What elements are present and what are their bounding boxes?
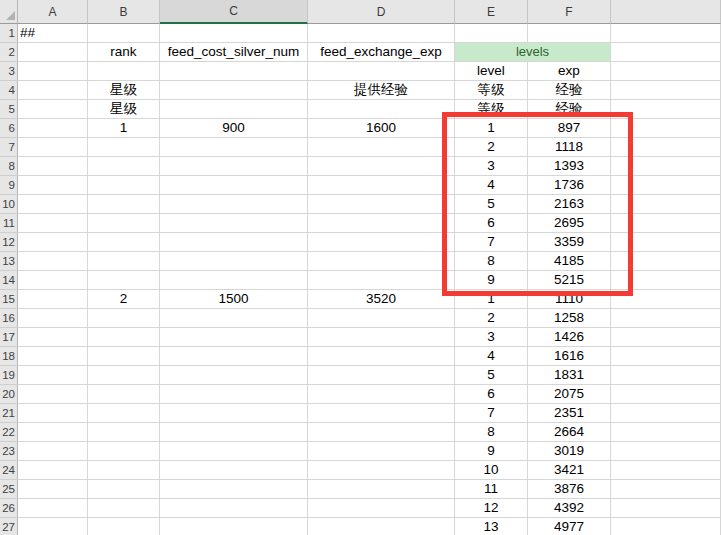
row-header-18[interactable]: 18 bbox=[0, 347, 18, 366]
cell-C16[interactable] bbox=[160, 309, 308, 328]
cell-F15[interactable]: 1110 bbox=[528, 290, 611, 309]
column-header-E[interactable]: E bbox=[455, 0, 528, 24]
cell-F5[interactable]: 经验 bbox=[528, 100, 611, 119]
cell-A4[interactable] bbox=[18, 81, 88, 100]
cell-A27[interactable] bbox=[18, 518, 88, 535]
cell-C19[interactable] bbox=[160, 366, 308, 385]
cell-B22[interactable] bbox=[88, 423, 160, 442]
cell-E23[interactable]: 9 bbox=[455, 442, 528, 461]
select-all-corner[interactable] bbox=[0, 0, 18, 24]
cell-F22[interactable]: 2664 bbox=[528, 423, 611, 442]
cell-A11[interactable] bbox=[18, 214, 88, 233]
cell-B5[interactable]: 星级 bbox=[88, 100, 160, 119]
cell-C9[interactable] bbox=[160, 176, 308, 195]
cell-F14[interactable]: 5215 bbox=[528, 271, 611, 290]
row-header-17[interactable]: 17 bbox=[0, 328, 18, 347]
cell-D23[interactable] bbox=[308, 442, 455, 461]
row-header-5[interactable]: 5 bbox=[0, 100, 18, 119]
cell-A5[interactable] bbox=[18, 100, 88, 119]
cell-D15[interactable]: 3520 bbox=[308, 290, 455, 309]
cell-F18[interactable]: 1616 bbox=[528, 347, 611, 366]
cell-B18[interactable] bbox=[88, 347, 160, 366]
cell-F21[interactable]: 2351 bbox=[528, 404, 611, 423]
cell-B11[interactable] bbox=[88, 214, 160, 233]
cell-D3[interactable] bbox=[308, 62, 455, 81]
cell-clipped-col-row-15[interactable] bbox=[611, 290, 721, 309]
cell-clipped-col-row-24[interactable] bbox=[611, 461, 721, 480]
row-header-22[interactable]: 22 bbox=[0, 423, 18, 442]
cell-C18[interactable] bbox=[160, 347, 308, 366]
cell-A16[interactable] bbox=[18, 309, 88, 328]
cell-clipped-col-row-27[interactable] bbox=[611, 518, 721, 535]
cell-F25[interactable]: 3876 bbox=[528, 480, 611, 499]
column-header-C[interactable]: C bbox=[160, 0, 308, 24]
cell-F19[interactable]: 1831 bbox=[528, 366, 611, 385]
cell-E1[interactable] bbox=[455, 24, 528, 43]
cell-D11[interactable] bbox=[308, 214, 455, 233]
cell-clipped-col-row-14[interactable] bbox=[611, 271, 721, 290]
row-header-1[interactable]: 1 bbox=[0, 24, 18, 43]
cell-C25[interactable] bbox=[160, 480, 308, 499]
cell-clipped-col-row-11[interactable] bbox=[611, 214, 721, 233]
cell-F6[interactable]: 897 bbox=[528, 119, 611, 138]
cell-D14[interactable] bbox=[308, 271, 455, 290]
cell-E22[interactable]: 8 bbox=[455, 423, 528, 442]
cell-C24[interactable] bbox=[160, 461, 308, 480]
cell-B3[interactable] bbox=[88, 62, 160, 81]
cell-B24[interactable] bbox=[88, 461, 160, 480]
cell-B14[interactable] bbox=[88, 271, 160, 290]
cell-F4[interactable]: 经验 bbox=[528, 81, 611, 100]
cell-C17[interactable] bbox=[160, 328, 308, 347]
cell-D24[interactable] bbox=[308, 461, 455, 480]
cell-B10[interactable] bbox=[88, 195, 160, 214]
cell-C1[interactable] bbox=[160, 24, 308, 43]
row-header-23[interactable]: 23 bbox=[0, 442, 18, 461]
cell-C3[interactable] bbox=[160, 62, 308, 81]
cell-E10[interactable]: 5 bbox=[455, 195, 528, 214]
cell-E7[interactable]: 2 bbox=[455, 138, 528, 157]
cell-D4[interactable]: 提供经验 bbox=[308, 81, 455, 100]
cell-E15[interactable]: 1 bbox=[455, 290, 528, 309]
cell-A21[interactable] bbox=[18, 404, 88, 423]
cell-C10[interactable] bbox=[160, 195, 308, 214]
cell-E27[interactable]: 13 bbox=[455, 518, 528, 535]
cell-F10[interactable]: 2163 bbox=[528, 195, 611, 214]
cell-B19[interactable] bbox=[88, 366, 160, 385]
row-header-24[interactable]: 24 bbox=[0, 461, 18, 480]
cell-D26[interactable] bbox=[308, 499, 455, 518]
cell-A1[interactable]: ## bbox=[18, 24, 88, 43]
cell-E24[interactable]: 10 bbox=[455, 461, 528, 480]
cell-clipped-col-row-3[interactable] bbox=[611, 62, 721, 81]
column-header-F[interactable]: F bbox=[528, 0, 611, 24]
cell-C8[interactable] bbox=[160, 157, 308, 176]
row-header-7[interactable]: 7 bbox=[0, 138, 18, 157]
cell-D18[interactable] bbox=[308, 347, 455, 366]
cell-clipped-col-row-9[interactable] bbox=[611, 176, 721, 195]
cell-C4[interactable] bbox=[160, 81, 308, 100]
row-header-19[interactable]: 19 bbox=[0, 366, 18, 385]
cell-F24[interactable]: 3421 bbox=[528, 461, 611, 480]
cell-E3[interactable]: level bbox=[455, 62, 528, 81]
cell-clipped-col-row-10[interactable] bbox=[611, 195, 721, 214]
row-header-2[interactable]: 2 bbox=[0, 43, 18, 62]
cell-E12[interactable]: 7 bbox=[455, 233, 528, 252]
cell-A19[interactable] bbox=[18, 366, 88, 385]
cell-clipped-col-row-25[interactable] bbox=[611, 480, 721, 499]
cell-D17[interactable] bbox=[308, 328, 455, 347]
cell-C14[interactable] bbox=[160, 271, 308, 290]
cell-E26[interactable]: 12 bbox=[455, 499, 528, 518]
cell-B6[interactable]: 1 bbox=[88, 119, 160, 138]
cell-C22[interactable] bbox=[160, 423, 308, 442]
cell-F20[interactable]: 2075 bbox=[528, 385, 611, 404]
row-header-21[interactable]: 21 bbox=[0, 404, 18, 423]
cell-C5[interactable] bbox=[160, 100, 308, 119]
cell-A2[interactable] bbox=[18, 43, 88, 62]
cell-E13[interactable]: 8 bbox=[455, 252, 528, 271]
cell-B25[interactable] bbox=[88, 480, 160, 499]
cell-F26[interactable]: 4392 bbox=[528, 499, 611, 518]
row-header-6[interactable]: 6 bbox=[0, 119, 18, 138]
row-header-15[interactable]: 15 bbox=[0, 290, 18, 309]
cell-D21[interactable] bbox=[308, 404, 455, 423]
column-header-D[interactable]: D bbox=[308, 0, 455, 24]
column-header-A[interactable]: A bbox=[18, 0, 88, 24]
